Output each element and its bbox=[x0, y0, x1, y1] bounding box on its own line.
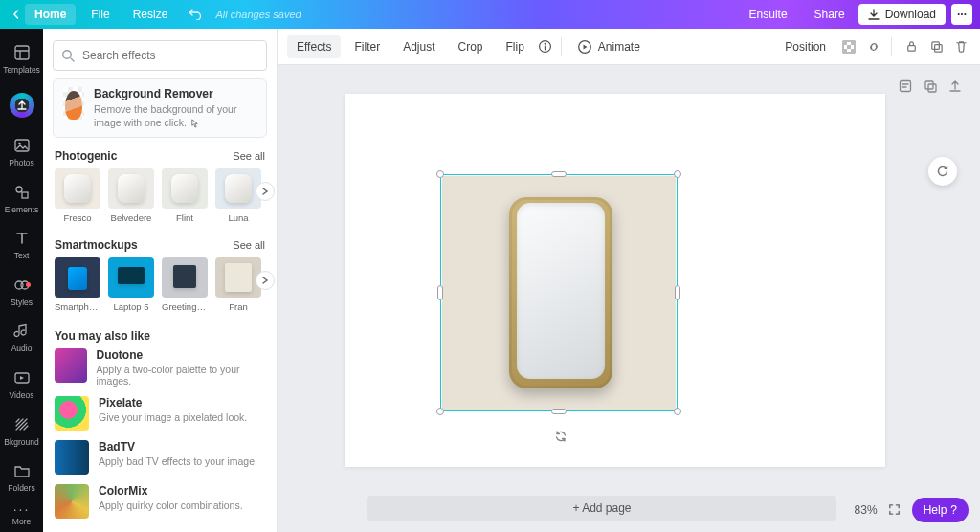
also-like-header: You may also like bbox=[43, 325, 277, 348]
svg-rect-14 bbox=[851, 41, 855, 45]
photogenic-row: Fresco Belvedere Flint Luna bbox=[43, 168, 277, 223]
tool-adjust[interactable]: Adjust bbox=[393, 35, 444, 58]
back-button[interactable] bbox=[8, 10, 25, 19]
info-icon[interactable] bbox=[538, 39, 553, 55]
fullscreen-icon[interactable] bbox=[887, 502, 902, 518]
add-page-button[interactable]: + Add page bbox=[368, 496, 836, 521]
sync-icon[interactable] bbox=[553, 429, 570, 446]
svg-rect-13 bbox=[843, 41, 847, 45]
effect-badtv[interactable]: BadTVApply bad TV effects to your image. bbox=[55, 440, 265, 475]
link-icon[interactable] bbox=[864, 37, 883, 56]
canvas-zone[interactable]: + Add page 83% Help ? bbox=[278, 65, 980, 532]
colormix-icon bbox=[55, 484, 89, 519]
effect-label: Luna bbox=[215, 212, 261, 223]
effect-fresco[interactable]: Fresco bbox=[55, 168, 100, 223]
new-badge-icon bbox=[26, 282, 31, 287]
search-input[interactable] bbox=[82, 49, 258, 62]
tool-flip[interactable]: Flip bbox=[497, 35, 534, 58]
svg-rect-22 bbox=[925, 81, 933, 89]
effect-luna[interactable]: Luna bbox=[215, 168, 261, 223]
svg-point-10 bbox=[545, 43, 546, 45]
resize-handle-b[interactable] bbox=[551, 409, 567, 414]
download-button[interactable]: Download bbox=[858, 4, 946, 25]
home-menu[interactable]: Home bbox=[25, 4, 76, 25]
rail-photos[interactable]: Photos bbox=[0, 129, 43, 174]
rail-folders[interactable]: Folders bbox=[0, 454, 43, 499]
tool-effects[interactable]: Effects bbox=[287, 35, 341, 58]
page-duplicate-icon[interactable] bbox=[923, 78, 938, 94]
svg-rect-21 bbox=[901, 81, 911, 92]
tool-animate[interactable]: Animate bbox=[569, 34, 648, 59]
photogenic-next-button[interactable] bbox=[256, 182, 275, 201]
tool-crop[interactable]: Crop bbox=[449, 35, 493, 58]
tool-filter[interactable]: Filter bbox=[345, 35, 390, 58]
rail-label: Text bbox=[14, 251, 30, 260]
templates-icon bbox=[12, 43, 32, 62]
resize-handle-tr[interactable] bbox=[674, 170, 681, 178]
selected-image[interactable] bbox=[440, 174, 678, 411]
file-menu[interactable]: File bbox=[79, 8, 121, 21]
resize-menu[interactable]: Resize bbox=[122, 8, 180, 21]
rail-background[interactable]: Bkground bbox=[0, 409, 43, 454]
rail-elements[interactable]: Elements bbox=[0, 176, 43, 221]
lock-icon[interactable] bbox=[902, 37, 921, 56]
chevron-right-icon bbox=[261, 277, 269, 284]
page-notes-icon[interactable] bbox=[898, 78, 913, 94]
effect-desc: Apply quirky color combinations. bbox=[99, 499, 243, 511]
canvas-page[interactable] bbox=[345, 94, 885, 467]
resize-handle-br[interactable] bbox=[674, 408, 681, 415]
search-effects[interactable] bbox=[53, 40, 267, 71]
rail-audio[interactable]: Audio bbox=[0, 316, 43, 361]
effect-belvedere[interactable]: Belvedere bbox=[108, 168, 154, 223]
rail-label: Elements bbox=[5, 205, 38, 214]
text-icon bbox=[12, 229, 32, 248]
rail-styles[interactable]: Styles bbox=[0, 269, 43, 314]
rail-more[interactable]: ··· More bbox=[12, 501, 31, 526]
smartmockups-next-button[interactable] bbox=[256, 271, 275, 290]
share-button[interactable]: Share bbox=[801, 8, 858, 21]
effect-flint[interactable]: Flint bbox=[162, 168, 208, 223]
effect-title: BadTV bbox=[99, 440, 257, 454]
resize-handle-t[interactable] bbox=[551, 171, 567, 177]
rail-text[interactable]: Text bbox=[0, 222, 43, 267]
rail-label: Photos bbox=[9, 158, 33, 167]
mockup-smartphone[interactable]: Smartphone 2 bbox=[55, 257, 100, 312]
mockup-card[interactable]: Greeting car... bbox=[162, 257, 208, 312]
zoom-level[interactable]: 83% bbox=[855, 503, 878, 517]
see-all-photogenic[interactable]: See all bbox=[233, 150, 265, 162]
resize-handle-tl[interactable] bbox=[436, 170, 444, 178]
context-toolbar: Effects Filter Adjust Crop Flip Animate … bbox=[278, 29, 980, 65]
mockup-laptop[interactable]: Laptop 5 bbox=[108, 257, 154, 312]
photos-icon bbox=[12, 136, 32, 155]
canvas-footer: 83% Help ? bbox=[855, 498, 969, 522]
tool-position[interactable]: Position bbox=[777, 35, 834, 58]
document-title[interactable]: Ensuite bbox=[736, 8, 801, 21]
transparency-icon[interactable] bbox=[839, 37, 858, 56]
more-menu-button[interactable]: ··· bbox=[951, 4, 972, 25]
undo-icon[interactable] bbox=[189, 7, 202, 23]
effect-duotone[interactable]: DuotoneApply a two-color palette to your… bbox=[55, 348, 265, 387]
rail-label: More bbox=[12, 517, 31, 526]
rail-uploads[interactable] bbox=[0, 83, 43, 128]
resize-handle-r[interactable] bbox=[675, 285, 680, 300]
rail-templates[interactable]: Templates bbox=[0, 36, 43, 81]
effect-colormix[interactable]: ColorMixApply quirky color combinations. bbox=[55, 484, 265, 519]
see-all-smartmockups[interactable]: See all bbox=[233, 239, 265, 251]
mockup-frame[interactable]: Fran bbox=[215, 257, 261, 312]
effect-desc: Apply bad TV effects to your image. bbox=[99, 455, 257, 467]
effect-desc: Apply a two-color palette to your images… bbox=[97, 364, 266, 387]
effect-label: Flint bbox=[162, 212, 208, 223]
page-export-icon[interactable] bbox=[947, 78, 963, 94]
help-button[interactable]: Help ? bbox=[912, 498, 969, 522]
resize-handle-bl[interactable] bbox=[436, 408, 444, 415]
duplicate-icon[interactable] bbox=[926, 37, 946, 56]
effect-pixelate[interactable]: PixelateGive your image a pixelated look… bbox=[55, 396, 265, 431]
svg-point-8 bbox=[63, 51, 72, 59]
background-remover-card[interactable]: Background Remover Remove the background… bbox=[53, 78, 267, 138]
photogenic-header: Photogenic See all bbox=[43, 145, 277, 168]
rail-videos[interactable]: Videos bbox=[0, 362, 43, 407]
delete-icon[interactable] bbox=[951, 37, 970, 56]
resize-handle-l[interactable] bbox=[437, 285, 443, 300]
history-reset-button[interactable] bbox=[928, 157, 957, 186]
main-area: Effects Filter Adjust Crop Flip Animate … bbox=[278, 29, 980, 532]
